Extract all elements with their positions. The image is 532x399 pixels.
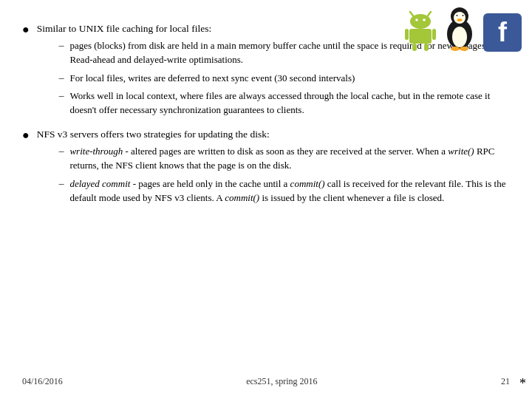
android-icon (402, 9, 439, 52)
bullet-2-dot: ● (22, 129, 30, 142)
svg-point-11 (452, 27, 467, 47)
sub-bullet-2-2-rest: - pages are held only in the cache until… (130, 178, 290, 189)
sub-bullet-1-3-text: Works well in local context, where files… (69, 89, 510, 117)
bullet-1-label: Similar to UNIX file caching for local f… (37, 23, 212, 34)
asterisk: * (519, 376, 526, 392)
sub-bullet-2-2: – delayed commit - pages are held only i… (59, 177, 510, 205)
svg-point-16 (457, 15, 458, 16)
bullet-2-label: NFS v3 servers offers two strategies for… (37, 129, 270, 140)
svg-rect-6 (405, 29, 409, 40)
sub-bullet-2-2-text: delayed commit - pages are held only in … (69, 177, 510, 205)
sub-bullet-1-3: – Works well in local context, where fil… (59, 89, 510, 117)
svg-point-20 (460, 47, 468, 51)
svg-rect-5 (409, 29, 432, 44)
svg-point-17 (463, 15, 464, 16)
sub-bullet-1-2-text: For local files, writes are deferred to … (69, 72, 355, 86)
slide-container: f ● Similar to UNIX file caching for loc… (0, 0, 532, 399)
write-fn-italic: write() (448, 146, 474, 157)
svg-rect-9 (424, 44, 429, 51)
svg-point-13 (454, 12, 466, 24)
write-through-italic: write-through (69, 146, 123, 157)
sub-bullet-2-1-text: write-through - altered pages are writte… (69, 145, 510, 173)
sub-bullet-2-1: – write-through - altered pages are writ… (59, 145, 510, 173)
bullet-2: ● NFS v3 servers offers two strategies f… (22, 128, 510, 209)
sub-bullet-2-1-rest: - altered pages are written to disk as s… (123, 146, 448, 157)
tux-icon (440, 6, 479, 52)
commit-fn-italic2: commit() (225, 192, 259, 203)
sub-bullets-2: – write-through - altered pages are writ… (59, 145, 510, 205)
svg-point-19 (451, 47, 460, 51)
svg-point-2 (410, 14, 431, 29)
svg-rect-7 (432, 29, 436, 40)
svg-point-3 (415, 18, 418, 21)
sub-bullet-2-2-rest3: is issued by the client whenever a file … (259, 192, 444, 203)
footer-course: ecs251, spring 2016 (246, 376, 317, 387)
delayed-commit-italic: delayed commit (69, 178, 130, 189)
footer-page: 21 (501, 376, 510, 387)
commit-fn-italic: commit() (290, 178, 325, 189)
facebook-icon: f (483, 13, 522, 52)
svg-point-18 (457, 18, 463, 21)
svg-rect-8 (412, 44, 417, 51)
sub-bullet-1-2: – For local files, writes are deferred t… (59, 72, 510, 86)
footer: 04/16/2016 ecs251, spring 2016 21 (0, 376, 532, 387)
footer-date: 04/16/2016 (22, 376, 63, 387)
bullet-1-dot: ● (22, 23, 30, 36)
svg-point-4 (423, 18, 426, 21)
top-icons: f (402, 6, 522, 52)
